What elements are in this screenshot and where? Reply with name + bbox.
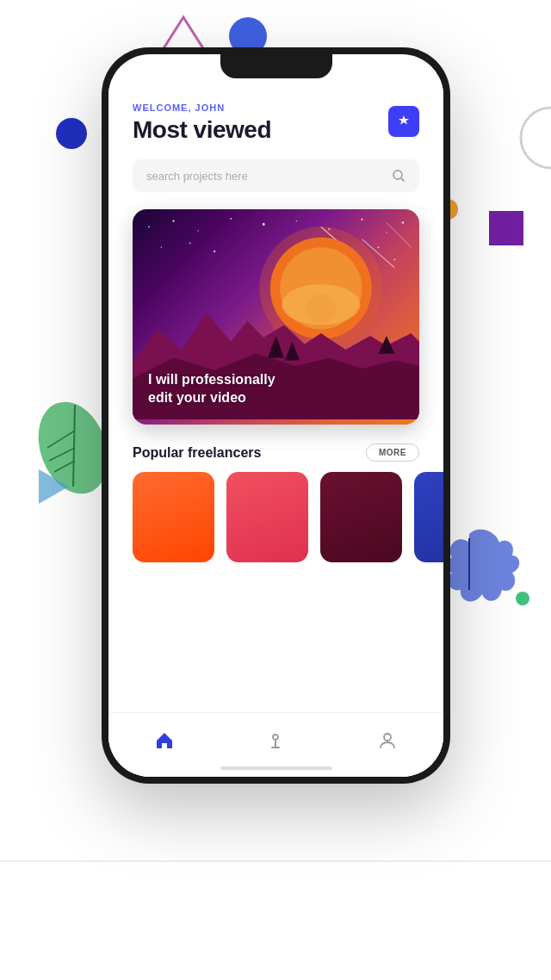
thumbsup-icon — [396, 114, 412, 129]
partial-circle-right — [521, 108, 551, 168]
nav-profile[interactable] — [377, 730, 398, 751]
card-text-line1: I will professionally — [148, 371, 276, 389]
notification-button[interactable] — [388, 106, 419, 137]
card-text-line2: edit your video — [148, 389, 276, 407]
phone-mockup: WELCOME, JOHN Most viewed — [102, 47, 450, 784]
leaf-right — [444, 530, 519, 602]
nav-home[interactable] — [154, 730, 175, 751]
search-bar[interactable]: search projects here — [133, 159, 419, 192]
explore-icon — [265, 730, 286, 751]
featured-card[interactable]: I will professionally edit your video — [133, 209, 419, 425]
freelancer-card-2[interactable] — [226, 472, 308, 562]
home-indicator-bar — [220, 766, 332, 770]
svg-line-3 — [49, 448, 75, 461]
phone-outer-shell: WELCOME, JOHN Most viewed — [102, 47, 450, 784]
dot-decor-green — [516, 592, 529, 605]
search-icon — [392, 169, 406, 183]
profile-icon — [377, 730, 398, 751]
home-icon — [154, 730, 175, 751]
app-screen: WELCOME, JOHN Most viewed — [108, 78, 443, 777]
freelancer-card-3[interactable] — [320, 472, 402, 562]
freelancer-card-1[interactable] — [133, 472, 214, 562]
svg-rect-36 — [275, 740, 276, 747]
search-container: search projects here — [108, 144, 443, 192]
more-button[interactable]: MORE — [366, 443, 419, 462]
svg-point-35 — [273, 735, 278, 740]
featured-card-background: I will professionally edit your video — [133, 209, 419, 425]
svg-line-2 — [47, 431, 75, 448]
svg-line-1 — [73, 405, 75, 487]
card-overlay-text: I will professionally edit your video — [148, 371, 276, 407]
screen-header: WELCOME, JOHN Most viewed — [108, 78, 443, 144]
page-title: Most viewed — [133, 116, 271, 144]
welcome-text: WELCOME, JOHN — [133, 102, 271, 113]
square-decor — [489, 211, 523, 245]
header-text: WELCOME, JOHN Most viewed — [133, 102, 271, 144]
phone-notch — [220, 54, 332, 78]
circle-decor-left — [56, 118, 87, 149]
freelancer-card-4[interactable] — [414, 472, 443, 562]
section-title: Popular freelancers — [133, 445, 261, 461]
featured-card-container: I will professionally edit your video — [108, 192, 443, 425]
svg-point-38 — [384, 734, 391, 741]
arrow-decor-left — [39, 469, 69, 504]
freelancer-cards-row — [108, 472, 443, 562]
search-placeholder-text: search projects here — [146, 170, 248, 183]
svg-line-4 — [54, 461, 75, 472]
svg-line-8 — [401, 178, 404, 181]
svg-rect-37 — [271, 747, 280, 748]
nav-explore[interactable] — [265, 730, 286, 751]
phone-inner-screen: WELCOME, JOHN Most viewed — [108, 54, 443, 777]
section-header: Popular freelancers MORE — [108, 425, 443, 472]
scene: WELCOME, JOHN Most viewed — [0, 0, 551, 980]
bottom-navigation — [108, 712, 443, 777]
svg-point-31 — [306, 294, 336, 323]
